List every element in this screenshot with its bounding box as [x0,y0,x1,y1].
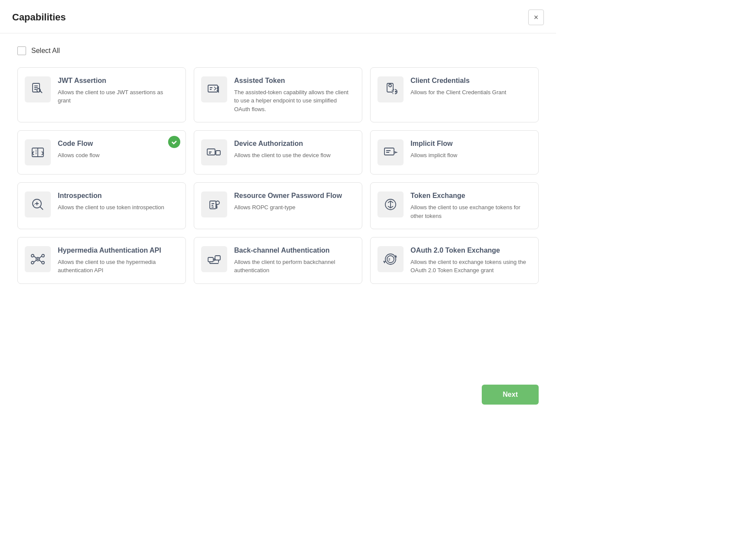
svg-point-19 [37,258,39,260]
capability-card-token-exchange[interactable]: Token ExchangeAllows the client to use e… [370,182,539,229]
svg-point-16 [42,254,44,257]
dialog-body: Select All JWT AssertionAllows the clien… [0,33,556,378]
card-title: Back-channel Authentication [234,246,353,255]
code-flow-icon [25,139,51,165]
card-content: Code FlowAllows code flow [58,139,177,159]
card-title: Implicit Flow [411,139,530,148]
card-content: Resource Owner Password FlowAllows ROPC … [234,191,353,211]
resource-owner-icon [201,191,227,217]
svg-rect-20 [208,257,213,262]
card-desc: Allows the client to use the hypermedia … [58,258,177,275]
card-content: Assisted TokenThe assisted-token capabil… [234,76,353,113]
capability-card-jwt-assertion[interactable]: JWT AssertionAllows the client to use JW… [17,67,186,122]
capability-card-oauth2-token-exchange[interactable]: 2 OAuth 2.0 Token ExchangeAllows the cli… [370,237,539,284]
assisted-token-icon [201,76,227,102]
backchannel-icon [201,246,227,272]
select-all-checkbox[interactable] [17,46,26,55]
device-auth-icon [201,139,227,165]
card-content: Token ExchangeAllows the client to use e… [411,191,530,220]
next-button[interactable]: Next [482,385,539,405]
card-title: Device Authorization [234,139,353,148]
card-title: Assisted Token [234,76,353,86]
card-content: Device AuthorizationAllows the client to… [234,139,353,159]
card-desc: Allows the client to use exchange tokens… [411,203,530,220]
select-all-label[interactable]: Select All [31,47,60,55]
capability-card-resource-owner[interactable]: Resource Owner Password FlowAllows ROPC … [194,182,362,229]
dialog-title: Capabilities [12,12,66,23]
svg-rect-21 [215,256,220,260]
oauth2-exchange-icon: 2 [378,246,404,272]
card-desc: Allows the client to perform backchannel… [234,258,353,275]
capabilities-grid: JWT AssertionAllows the client to use JW… [17,67,539,284]
card-desc: Allows the client to exchange tokens usi… [411,258,530,275]
capability-card-backchannel-auth[interactable]: Back-channel AuthenticationAllows the cl… [194,237,362,284]
svg-point-18 [42,261,44,264]
card-desc: Allows the client to use the device flow [234,151,353,160]
capability-card-introspection[interactable]: IntrospectionAllows the client to use to… [17,182,186,229]
card-title: Introspection [58,191,177,201]
svg-point-4 [389,84,391,87]
dialog-header: Capabilities × [0,0,556,33]
svg-rect-8 [216,151,220,155]
card-desc: Allows for the Client Credentials Grant [411,88,530,97]
token-exchange-icon [378,191,404,217]
card-title: Client Credentials [411,76,530,86]
card-title: OAuth 2.0 Token Exchange [411,246,530,255]
card-desc: Allows the client to use JWT assertions … [58,88,177,105]
card-title: JWT Assertion [58,76,177,86]
card-content: Hypermedia Authentication APIAllows the … [58,246,177,275]
dialog-footer: Next [0,378,556,417]
select-all-row: Select All [17,46,539,55]
card-content: IntrospectionAllows the client to use to… [58,191,177,211]
card-desc: Allows code flow [58,151,177,160]
svg-point-12 [216,201,219,204]
card-content: Back-channel AuthenticationAllows the cl… [234,246,353,275]
card-content: Client CredentialsAllows for the Client … [411,76,530,96]
capability-card-device-authorization[interactable]: Device AuthorizationAllows the client to… [194,130,362,175]
card-content: JWT AssertionAllows the client to use JW… [58,76,177,105]
svg-text:2: 2 [388,257,391,261]
capability-card-code-flow[interactable]: Code FlowAllows code flow [17,130,186,175]
svg-point-17 [31,261,34,264]
svg-point-15 [31,254,34,257]
card-title: Code Flow [58,139,177,148]
card-title: Token Exchange [411,191,530,201]
selected-badge [168,136,180,148]
card-title: Resource Owner Password Flow [234,191,353,201]
card-content: OAuth 2.0 Token ExchangeAllows the clien… [411,246,530,275]
card-desc: The assisted-token capability allows the… [234,88,353,114]
card-content: Implicit FlowAllows implicit flow [411,139,530,159]
implicit-flow-icon [378,139,404,165]
svg-rect-11 [210,201,216,209]
capability-card-client-credentials[interactable]: Client CredentialsAllows for the Client … [370,67,539,122]
hypermedia-icon [25,246,51,272]
svg-point-5 [395,91,397,92]
jwt-icon [25,76,51,102]
close-button[interactable]: × [528,10,544,25]
client-credentials-icon [378,76,404,102]
svg-rect-9 [384,148,394,155]
capability-card-hypermedia-auth[interactable]: Hypermedia Authentication APIAllows the … [17,237,186,284]
card-desc: Allows the client to use token introspec… [58,203,177,212]
capability-card-assisted-token[interactable]: Assisted TokenThe assisted-token capabil… [194,67,362,122]
capability-card-implicit-flow[interactable]: Implicit FlowAllows implicit flow [370,130,539,175]
card-title: Hypermedia Authentication API [58,246,177,255]
card-desc: Allows ROPC grant-type [234,203,353,212]
introspection-icon [25,191,51,217]
capabilities-dialog: Capabilities × Select All JWT AssertionA… [0,0,556,417]
card-desc: Allows implicit flow [411,151,530,160]
